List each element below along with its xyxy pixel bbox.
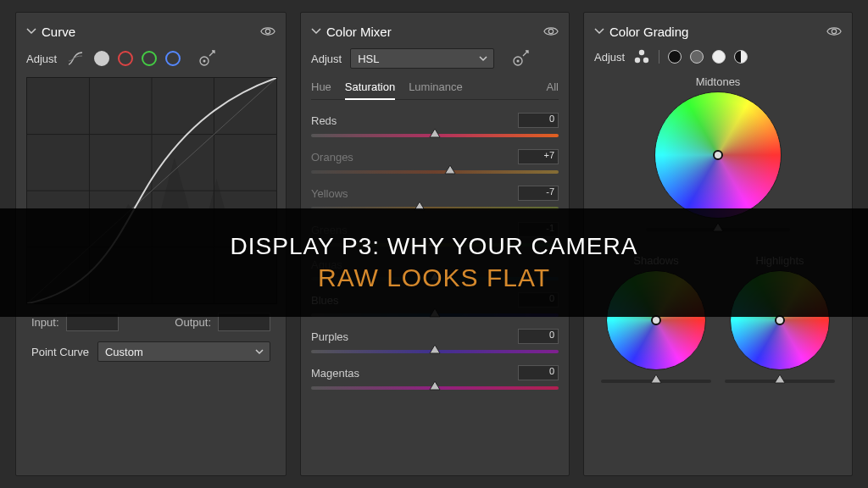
hue-value[interactable]: 0 — [518, 365, 559, 380]
midtones-wheel[interactable] — [654, 92, 782, 219]
hue-value[interactable]: 0 — [518, 329, 559, 344]
separator — [659, 50, 659, 64]
svg-point-15 — [635, 58, 640, 63]
hue-row-magentas: Magentas0 — [311, 365, 559, 394]
chevron-down-icon[interactable] — [594, 26, 604, 36]
hue-value[interactable]: +7 — [518, 149, 559, 164]
chevron-down-icon[interactable] — [26, 26, 36, 36]
shadows-zone-button[interactable] — [668, 50, 682, 64]
hue-slider[interactable] — [311, 130, 559, 141]
midtones-label: Midtones — [594, 75, 842, 88]
visibility-icon[interactable] — [543, 24, 559, 39]
input-label: Input: — [31, 316, 59, 329]
highlights-luminance-slider[interactable] — [725, 375, 835, 387]
hue-name: Purples — [311, 330, 348, 343]
svg-point-12 — [517, 60, 520, 63]
svg-point-16 — [643, 58, 648, 63]
targeted-adjustment-icon[interactable] — [198, 49, 216, 68]
adjust-label: Adjust — [311, 53, 342, 65]
svg-point-0 — [265, 29, 270, 33]
hue-slider[interactable] — [311, 166, 559, 178]
channel-blue-button[interactable] — [165, 51, 181, 66]
midtones-zone-button[interactable] — [690, 50, 704, 64]
highlights-zone-button[interactable] — [712, 50, 726, 64]
parametric-curve-icon[interactable] — [65, 48, 86, 69]
wheel-handle[interactable] — [713, 150, 723, 160]
output-label: Output: — [175, 316, 211, 329]
point-curve-select[interactable]: Custom — [97, 341, 270, 362]
chevron-down-icon[interactable] — [311, 26, 321, 36]
hue-name: Reds — [311, 114, 337, 127]
hue-row-oranges: Oranges+7 — [311, 149, 559, 178]
point-curve-label: Point Curve — [31, 346, 89, 358]
svg-point-13 — [832, 29, 836, 33]
panel-title: Curve — [42, 25, 75, 39]
hue-row-purples: Purples0 — [311, 329, 559, 358]
shadows-luminance-slider[interactable] — [601, 375, 711, 387]
svg-point-2 — [203, 60, 206, 63]
global-zone-button[interactable] — [734, 50, 748, 64]
adjust-label: Adjust — [594, 51, 625, 64]
targeted-adjustment-icon[interactable] — [511, 49, 530, 68]
adjust-label: Adjust — [26, 53, 57, 65]
hue-name: Oranges — [311, 151, 353, 164]
channel-red-button[interactable] — [118, 51, 133, 66]
tab-hue[interactable]: Hue — [311, 77, 331, 99]
hue-value[interactable]: 0 — [518, 113, 559, 128]
headline-overlay: DISPLAY P3: WHY YOUR CAMERA RAW LOOKS FL… — [0, 208, 868, 317]
channel-green-button[interactable] — [142, 51, 157, 66]
hue-slider[interactable] — [311, 346, 559, 358]
chevron-down-icon — [254, 347, 264, 357]
headline-line2: RAW LOOKS FLAT — [318, 263, 550, 292]
tab-saturation[interactable]: Saturation — [345, 77, 395, 100]
channel-rgb-button[interactable] — [94, 51, 109, 66]
mixer-mode-value: HSL — [358, 53, 379, 65]
hue-name: Yellows — [311, 187, 348, 200]
visibility-icon[interactable] — [260, 24, 275, 39]
mixer-mode-select[interactable]: HSL — [350, 48, 494, 69]
hue-value[interactable]: -7 — [518, 186, 559, 201]
hue-name: Magentas — [311, 367, 359, 380]
point-curve-value: Custom — [105, 346, 143, 358]
panel-title: Color Grading — [609, 25, 688, 39]
headline-line1: DISPLAY P3: WHY YOUR CAMERA — [231, 233, 638, 260]
svg-point-14 — [639, 50, 644, 55]
svg-point-10 — [548, 29, 553, 33]
chevron-down-icon — [478, 53, 488, 64]
three-way-icon[interactable] — [633, 48, 650, 65]
tab-all[interactable]: All — [547, 77, 559, 99]
visibility-icon[interactable] — [826, 24, 842, 39]
panel-title: Color Mixer — [326, 25, 392, 39]
hue-slider[interactable] — [311, 382, 559, 394]
mixer-tabs: Hue Saturation Luminance All — [311, 77, 559, 100]
tab-luminance[interactable]: Luminance — [409, 77, 463, 99]
hue-row-reds: Reds0 — [311, 113, 559, 141]
